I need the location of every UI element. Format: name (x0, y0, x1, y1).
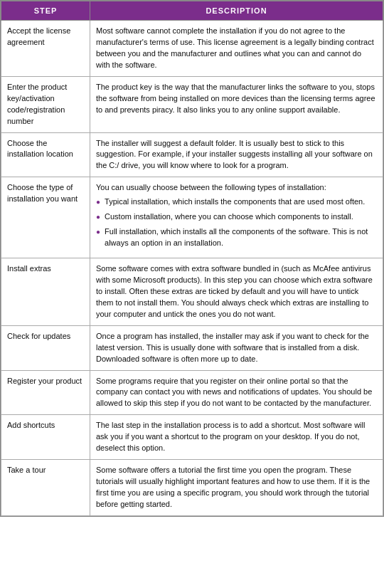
header-step: STEP (1, 1, 90, 21)
description-cell: Once a program has installed, the instal… (90, 325, 383, 370)
step-cell: Register your product (1, 370, 90, 415)
step-cell: Add shortcuts (1, 415, 90, 460)
header-description: DESCRIPTION (90, 1, 383, 21)
step-cell: Take a tour (1, 460, 90, 516)
table-row: Add shortcutsThe last step in the instal… (1, 415, 383, 460)
table-row: Take a tourSome software offers a tutori… (1, 460, 383, 516)
description-cell: Some programs require that you register … (90, 370, 383, 415)
table-row: Install extrasSome software comes with e… (1, 258, 383, 326)
table-row: Enter the product key/activation code/re… (1, 76, 383, 132)
step-cell: Enter the product key/activation code/re… (1, 76, 90, 132)
list-item: Full installation, which installs all th… (96, 226, 377, 249)
table-row: Accept the license agreementMost softwar… (1, 21, 383, 77)
description-cell: Some software offers a tutorial the firs… (90, 460, 383, 516)
step-cell: Choose the type of installation you want (1, 177, 90, 258)
list-item: Typical installation, which installs the… (96, 196, 377, 208)
table-row: Check for updatesOnce a program has inst… (1, 325, 383, 370)
step-cell: Check for updates (1, 325, 90, 370)
step-cell: Install extras (1, 258, 90, 326)
main-table: STEP DESCRIPTION Accept the license agre… (0, 0, 384, 517)
table-row: Choose the installation locationThe inst… (1, 132, 383, 177)
description-cell: The installer will suggest a default fol… (90, 132, 383, 177)
table-row: Register your productSome programs requi… (1, 370, 383, 415)
description-cell: You can usually choose between the follo… (90, 177, 383, 258)
description-cell: The last step in the installation proces… (90, 415, 383, 460)
table-row: Choose the type of installation you want… (1, 177, 383, 258)
list-item: Custom installation, where you can choos… (96, 211, 377, 223)
description-cell: Some software comes with extra software … (90, 258, 383, 326)
step-cell: Accept the license agreement (1, 21, 90, 77)
step-cell: Choose the installation location (1, 132, 90, 177)
description-cell: Most software cannot complete the instal… (90, 21, 383, 77)
description-cell: The product key is the way that the manu… (90, 76, 383, 132)
